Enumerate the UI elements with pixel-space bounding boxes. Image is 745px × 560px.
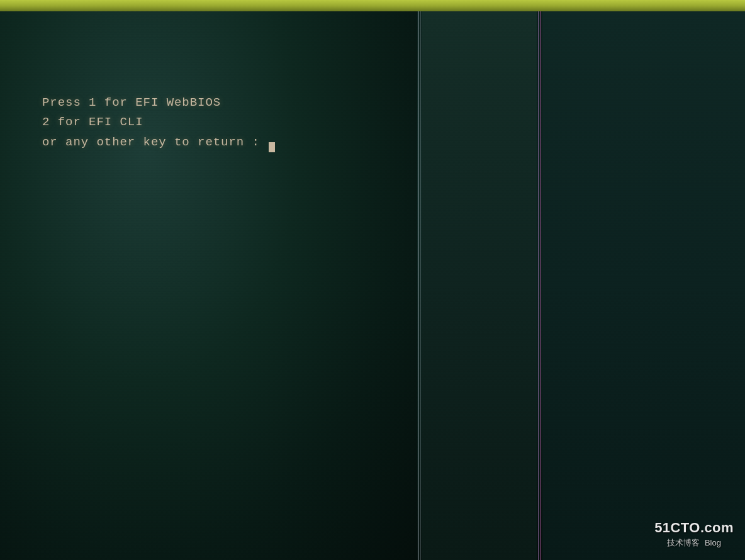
vertical-line-1 — [418, 11, 419, 560]
console-line-1: Press 1 for EFI WebBIOS — [42, 93, 275, 113]
watermark-sub: 技术博客 Blog — [654, 537, 734, 549]
console-line-3: or any other key to return : — [42, 133, 275, 152]
cursor-blink — [269, 142, 275, 152]
console-line-3-text: or any other key to return : — [42, 135, 267, 149]
watermark-logo: 51CTO.com — [654, 520, 734, 536]
bios-screen: Press 1 for EFI WebBIOS 2 for EFI CLI or… — [0, 0, 745, 560]
watermark-blog: Blog — [705, 538, 721, 547]
console-line-2: 2 for EFI CLI — [42, 113, 275, 132]
watermark: 51CTO.com 技术博客 Blog — [654, 520, 734, 549]
right-panel — [542, 11, 745, 560]
vertical-line-2 — [420, 11, 421, 560]
vertical-line-4 — [540, 11, 541, 560]
watermark-chinese: 技术博客 — [667, 538, 700, 547]
vertical-line-3 — [538, 11, 539, 560]
middle-panel — [422, 11, 537, 560]
top-bezel — [0, 0, 745, 11]
console-output: Press 1 for EFI WebBIOS 2 for EFI CLI or… — [42, 93, 275, 152]
